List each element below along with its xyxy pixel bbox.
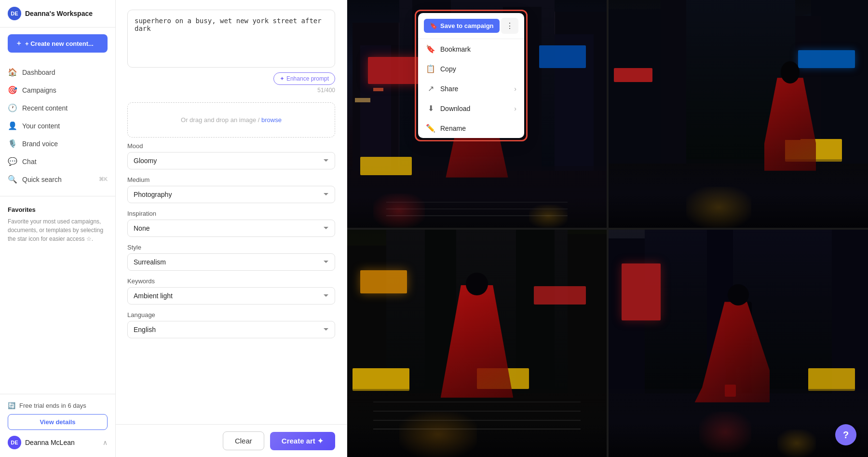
main-footer: Clear Create art ✦ <box>116 424 347 457</box>
browse-link[interactable]: browse <box>261 116 282 124</box>
chat-icon: 💬 <box>8 157 17 166</box>
style-group: Style Surrealism Realism Abstract Minima… <box>127 244 335 271</box>
create-new-content-button[interactable]: ＋ + Create new content... <box>8 34 108 53</box>
your-content-icon: 👤 <box>8 121 17 130</box>
user-avatar: DE <box>8 436 21 449</box>
download-icon: ⬇ <box>426 104 435 113</box>
sidebar-item-campaigns[interactable]: 🎯 Campaigns <box>0 81 115 99</box>
more-options-button[interactable]: ⋮ <box>501 18 518 34</box>
keywords-group: Keywords Ambient light Cinematic Dark Mo… <box>127 277 335 305</box>
campaigns-icon: 🎯 <box>8 85 17 95</box>
image-cell-2[interactable] <box>609 0 868 228</box>
menu-item-download[interactable]: ⬇ Download › <box>418 98 524 118</box>
inspiration-select[interactable]: None Monet Picasso Dali Banksy <box>127 220 335 237</box>
workspace-avatar: DE <box>8 7 21 20</box>
menu-item-label: Copy <box>440 65 456 73</box>
quick-search-shortcut: ⌘K <box>99 176 108 182</box>
help-button[interactable]: ? <box>835 424 856 445</box>
favorites-title: Favorites <box>8 206 108 213</box>
create-art-button[interactable]: Create art ✦ <box>270 432 335 450</box>
view-details-button[interactable]: View details <box>8 414 108 430</box>
menu-item-copy[interactable]: 📋 Copy <box>418 59 524 79</box>
search-icon: 🔍 <box>8 175 17 184</box>
sidebar-item-label: Dashboard <box>22 69 55 76</box>
brand-voice-icon: 🎙️ <box>8 139 17 148</box>
image-panel: 🔖 Save to campaign ⋮ 🔖 Bookmark 📋 Copy <box>347 0 868 457</box>
menu-item-label: Rename <box>440 125 466 132</box>
menu-item-label: Bookmark <box>440 45 471 53</box>
favorites-desc: Favorite your most used campaigns, docum… <box>8 217 108 243</box>
sidebar-nav: 🏠 Dashboard 🎯 Campaigns 🕐 Recent content… <box>0 59 115 192</box>
recent-content-icon: 🕐 <box>8 103 17 112</box>
workspace-name: Deanna's Workspace <box>25 10 93 17</box>
char-count: 51/400 <box>127 87 335 97</box>
sidebar-divider <box>0 196 115 196</box>
user-row: DE Deanna McLean ∧ <box>8 436 108 449</box>
context-menu-header: 🔖 Save to campaign ⋮ <box>418 13 524 39</box>
context-menu-overlay: 🔖 Save to campaign ⋮ 🔖 Bookmark 📋 Copy <box>415 10 528 141</box>
keywords-select[interactable]: Ambient light Cinematic Dark Moody Urban <box>127 287 335 305</box>
sparkle-icon: ✦ <box>280 75 285 82</box>
clear-button[interactable]: Clear <box>223 431 264 450</box>
sidebar-item-dashboard[interactable]: 🏠 Dashboard <box>0 63 115 81</box>
plus-icon: ＋ <box>15 39 22 48</box>
menu-item-label: Download <box>440 105 470 112</box>
dropzone[interactable]: Or drag and drop an image / browse <box>127 102 335 138</box>
mood-select[interactable]: Gloomy Happy Dramatic Calm Energetic <box>127 152 335 169</box>
inspiration-group: Inspiration None Monet Picasso Dali Bank… <box>127 210 335 237</box>
copy-icon: 📋 <box>426 64 435 73</box>
chevron-right-icon: › <box>514 85 516 93</box>
menu-item-share[interactable]: ↗ Share › <box>418 79 524 98</box>
mood-label: Mood <box>127 142 335 150</box>
image-cell-1[interactable]: 🔖 Save to campaign ⋮ 🔖 Bookmark 📋 Copy <box>347 0 607 228</box>
save-to-campaign-button[interactable]: 🔖 Save to campaign <box>424 19 500 33</box>
sidebar-item-chat[interactable]: 💬 Chat <box>0 152 115 170</box>
style-select[interactable]: Surrealism Realism Abstract Minimalism P… <box>127 253 335 271</box>
keywords-label: Keywords <box>127 277 335 285</box>
enhance-row: ✦ Enhance prompt <box>127 69 335 87</box>
sidebar-item-brand-voice[interactable]: 🎙️ Brand voice <box>0 135 115 152</box>
share-icon: ↗ <box>426 84 435 93</box>
inspiration-label: Inspiration <box>127 210 335 217</box>
sidebar: DE Deanna's Workspace ＋ + Create new con… <box>0 0 116 457</box>
prompt-section: ✦ Enhance prompt 51/400 <box>116 0 347 97</box>
main-content-panel: ✦ Enhance prompt 51/400 Or drag and drop… <box>116 0 347 457</box>
sidebar-item-label: Quick search <box>22 176 62 183</box>
context-menu-highlight: 🔖 Save to campaign ⋮ 🔖 Bookmark 📋 Copy <box>415 10 528 141</box>
enhance-prompt-button[interactable]: ✦ Enhance prompt <box>273 72 335 85</box>
bookmark-icon: 🔖 <box>426 44 435 54</box>
image-cell-4[interactable] <box>609 230 868 457</box>
language-label: Language <box>127 311 335 319</box>
sidebar-item-label: Recent content <box>22 104 68 112</box>
user-name: Deanna McLean <box>25 439 75 446</box>
sidebar-item-recent-content[interactable]: 🕐 Recent content <box>0 99 115 117</box>
sidebar-item-quick-search[interactable]: 🔍 Quick search ⌘K <box>0 170 115 188</box>
sidebar-item-label: Campaigns <box>22 86 56 94</box>
prompt-textarea[interactable] <box>127 10 335 68</box>
more-icon: ⋮ <box>506 22 514 30</box>
image-cell-3[interactable] <box>347 230 607 457</box>
menu-item-rename[interactable]: ✏️ Rename <box>418 118 524 138</box>
style-label: Style <box>127 244 335 251</box>
chevron-up-icon: ∧ <box>103 439 108 446</box>
menu-item-bookmark[interactable]: 🔖 Bookmark <box>418 39 524 59</box>
dashboard-icon: 🏠 <box>8 68 17 77</box>
rename-icon: ✏️ <box>426 124 435 133</box>
chevron-right-icon: › <box>514 105 516 112</box>
menu-item-label: Share <box>440 85 458 93</box>
medium-group: Medium Photography Digital Art Oil Paint… <box>127 176 335 203</box>
form-section: Mood Gloomy Happy Dramatic Calm Energeti… <box>116 142 347 424</box>
sidebar-item-label: Chat <box>22 158 37 166</box>
sidebar-item-your-content[interactable]: 👤 Your content <box>0 117 115 135</box>
sidebar-header: DE Deanna's Workspace <box>0 0 115 28</box>
language-group: Language English French Spanish German I… <box>127 311 335 338</box>
context-menu: 🔖 Save to campaign ⋮ 🔖 Bookmark 📋 Copy <box>418 13 524 138</box>
user-info: DE Deanna McLean <box>8 436 75 449</box>
sidebar-item-label: Brand voice <box>22 140 58 148</box>
mood-group: Mood Gloomy Happy Dramatic Calm Energeti… <box>127 142 335 169</box>
bookmark-icon: 🔖 <box>430 22 437 29</box>
language-select[interactable]: English French Spanish German Italian <box>127 321 335 338</box>
favorites-section: Favorites Favorite your most used campai… <box>0 200 115 249</box>
medium-select[interactable]: Photography Digital Art Oil Painting Wat… <box>127 186 335 203</box>
sidebar-item-label: Your content <box>22 122 60 130</box>
